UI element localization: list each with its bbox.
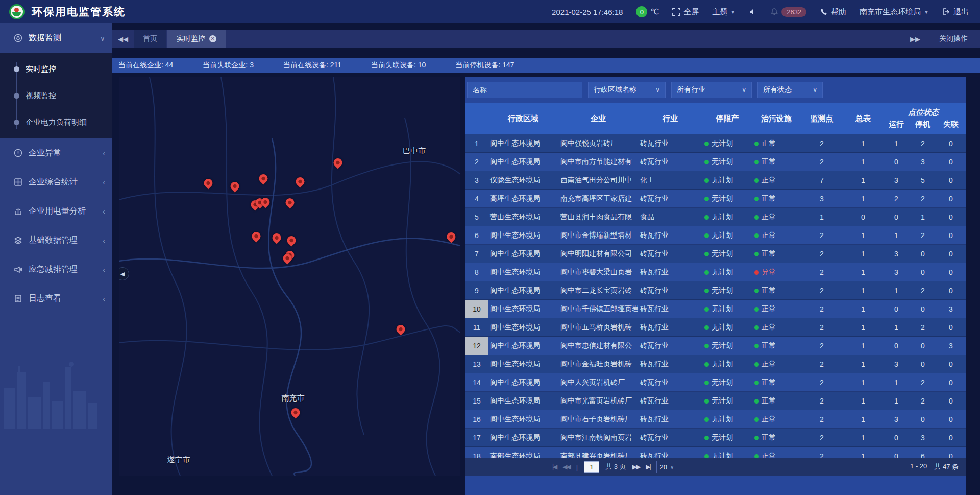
last-page-icon[interactable]: ▶| [646, 463, 650, 470]
cell-points: 7 [800, 176, 843, 184]
region-select[interactable]: 行政区域名称∨ [588, 82, 666, 98]
sidebar-subitem[interactable]: 视频监控 [0, 82, 112, 109]
sound-button[interactable] [749, 8, 757, 16]
chevron-left-icon: ‹ [103, 178, 105, 186]
row-number: 9 [465, 281, 488, 300]
cell-stop-limit: 无计划 [702, 415, 752, 424]
fullscreen-button[interactable]: 全屏 [672, 7, 699, 17]
notifications[interactable]: 2632 [770, 7, 806, 17]
cell-points: 2 [800, 231, 843, 240]
table-row[interactable]: 15阆中生态环境局阆中市光富页岩机砖厂砖瓦行业无计划正常21120 [465, 392, 966, 410]
col-company: 企业 [558, 114, 638, 124]
cell-run: 0 [883, 158, 910, 166]
cell-facility: 正常 [752, 452, 800, 458]
cell-lost: 3 [936, 305, 966, 313]
logout-button[interactable]: 退出 [942, 7, 969, 17]
cell-lost: 0 [936, 434, 966, 442]
cell-run: 0 [883, 452, 910, 458]
table-row[interactable]: 1阆中生态环境局阆中强锐页岩砖厂砖瓦行业无计划正常21120 [465, 134, 966, 153]
theme-menu[interactable]: 主题▼ [712, 7, 736, 17]
tabs-scroll-left-icon[interactable]: ◀◀ [112, 30, 134, 48]
status-select[interactable]: 所有状态∨ [757, 82, 823, 98]
enterprise-stats-icon [14, 178, 22, 186]
page-number-input[interactable] [584, 461, 599, 473]
help-button[interactable]: 帮助 [820, 7, 846, 17]
tab-close-icon[interactable]: ✕ [209, 35, 216, 42]
cell-meters: 1 [843, 379, 883, 387]
table-row[interactable]: 6阆中生态环境局阆中市金博瑞新型墙材砖瓦行业无计划正常21120 [465, 226, 966, 245]
status-dot-green [704, 307, 709, 312]
cell-points: 2 [800, 268, 843, 276]
sidebar-subitem[interactable]: 企业电力负荷明细 [0, 109, 112, 135]
cell-run: 1 [883, 397, 910, 405]
cell-region: 阆中生态环境局 [488, 268, 558, 277]
page-size-select[interactable]: 20∨ [656, 461, 678, 473]
org-menu[interactable]: 南充市生态环境局▼ [860, 7, 929, 17]
cell-industry: 砖瓦行业 [638, 268, 702, 277]
table-row[interactable]: 9阆中生态环境局阆中市二龙长宝页岩砖砖瓦行业无计划正常21120 [465, 281, 966, 300]
sidebar-item-6[interactable]: 应急减排管理‹ [0, 255, 112, 284]
cell-company: 南充市高坪区王家店建 [558, 194, 638, 203]
table-row[interactable]: 18南部生态环境局南部县建兴页岩机砖厂砖瓦行业无计划正常21060 [465, 447, 966, 458]
cell-stop-limit: 无计划 [702, 323, 752, 332]
status-dot-green [704, 289, 709, 293]
row-number: 7 [465, 245, 488, 263]
table-row[interactable]: 14阆中生态环境局阆中大兴页岩机砖厂砖瓦行业无计划正常21120 [465, 373, 966, 392]
sidebar-submenu: 实时监控视频监控企业电力负荷明细 [0, 53, 112, 138]
cell-stop: 2 [910, 397, 936, 405]
row-number: 14 [465, 373, 488, 392]
next-page-icon[interactable]: ▶▶ [632, 463, 640, 470]
table-row[interactable]: 5营山生态环境局营山县润丰肉食品有限食品无计划正常10010 [465, 208, 966, 226]
table-row[interactable]: 4高坪生态环境局南充市高坪区王家店建砖瓦行业无计划正常31220 [465, 190, 966, 208]
sidebar-item-3[interactable]: 企业综合统计‹ [0, 168, 112, 197]
first-page-icon[interactable]: |◀ [552, 463, 556, 470]
log-view-icon [14, 294, 22, 303]
sidebar-item-5[interactable]: 基础数据管理‹ [0, 226, 112, 255]
cell-run: 0 [883, 434, 910, 442]
sidebar-item-2[interactable]: 企业异常‹ [0, 138, 112, 168]
prev-page-icon[interactable]: ◀◀ [562, 463, 570, 470]
table-row[interactable]: 11阆中生态环境局阆中市五马桥页岩机砖砖瓦行业无计划正常21120 [465, 318, 966, 337]
table-row[interactable]: 8阆中生态环境局阆中市枣碧大梁山页岩砖瓦行业无计划异常21300 [465, 263, 966, 281]
cell-facility: 正常 [752, 304, 800, 314]
close-operations-button[interactable]: 关闭操作 [939, 34, 968, 43]
sidebar-subitem[interactable]: 实时监控 [0, 56, 112, 82]
cell-industry: 砖瓦行业 [638, 378, 702, 387]
table-row[interactable]: 17阆中生态环境局阆中市江南镇阆南页岩砖瓦行业无计划正常21030 [465, 429, 966, 447]
table-row[interactable]: 13阆中生态环境局阆中市金福旺页岩机砖砖瓦行业无计划正常21300 [465, 355, 966, 373]
table-row[interactable]: 2阆中生态环境局阆中市南方节能建材有砖瓦行业无计划正常21030 [465, 153, 966, 171]
table-row[interactable]: 12阆中生态环境局阆中市忠信建材有限公砖瓦行业无计划正常21003 [465, 337, 966, 355]
chevron-down-icon: ∨ [670, 464, 674, 470]
row-number: 6 [465, 226, 488, 245]
cell-industry: 砖瓦行业 [638, 231, 702, 240]
table-row[interactable]: 16阆中生态环境局阆中市石子页岩机砖厂砖瓦行业无计划正常21300 [465, 410, 966, 429]
cell-company: 阆中强锐页岩砖厂 [558, 139, 638, 148]
cell-stop: 2 [910, 323, 936, 332]
sidebar-item-4[interactable]: 企业用电量分析‹ [0, 197, 112, 226]
map-panel[interactable]: 巴中市南充市遂宁市 ◀ [119, 77, 460, 476]
status-dot-green [704, 233, 709, 238]
table-row[interactable]: 3仪陇生态环境局西南油气田分公司川中化工无计划正常71350 [465, 171, 966, 190]
tab-首页[interactable]: 首页 [134, 30, 166, 48]
tabs-scroll-right-icon[interactable]: ▶▶ [904, 35, 926, 43]
industry-select[interactable]: 所有行业∨ [671, 82, 752, 98]
table-row[interactable]: 7阆中生态环境局阆中明阳建材有限公司砖瓦行业无计划正常21300 [465, 245, 966, 263]
status-dot-green [704, 178, 709, 183]
table-row[interactable]: 10阆中生态环境局阆中市千佛镇五郎垭页岩砖瓦行业无计划正常21003 [465, 300, 966, 318]
name-search-input[interactable] [467, 82, 582, 98]
cell-industry: 砖瓦行业 [638, 194, 702, 203]
tab-实时监控[interactable]: 实时监控✕ [167, 30, 226, 48]
cell-facility: 正常 [752, 157, 800, 167]
pagination-bar: |◀ ◀◀ | 共 3 页 ▶▶ ▶| 20∨ 1 - 20 共 47 条 [465, 458, 966, 476]
cell-company: 阆中市枣碧大梁山页岩 [558, 268, 638, 277]
status-dot-green [754, 399, 759, 404]
sidebar-item-7[interactable]: 日志查看‹ [0, 284, 112, 313]
sidebar-item-1[interactable]: 数据监测∨ [0, 23, 112, 53]
cell-stop-limit: 无计划 [702, 157, 752, 167]
cell-meters: 1 [843, 176, 883, 184]
row-number: 8 [465, 263, 488, 281]
cell-company: 阆中市忠信建材有限公 [558, 341, 638, 350]
col-run: 运行 [883, 120, 910, 129]
chevron-left-icon: ‹ [103, 295, 105, 303]
col-points: 监测点 [800, 114, 843, 124]
